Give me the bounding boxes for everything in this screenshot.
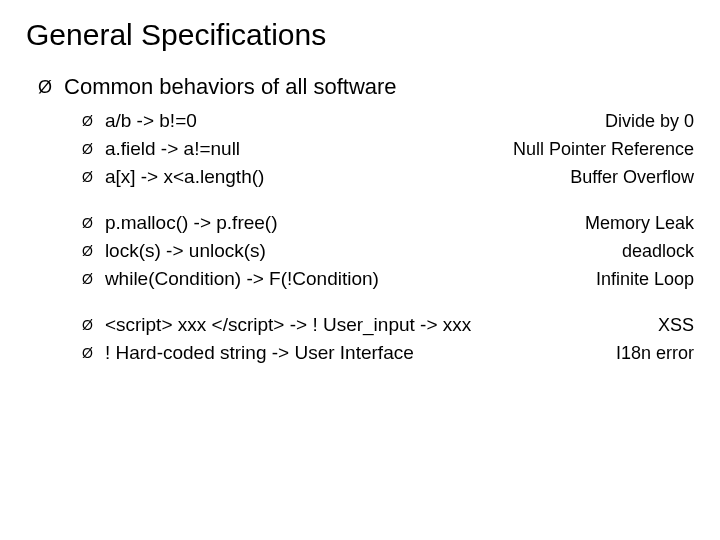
list-item-text: a.field -> a!=null (105, 138, 240, 160)
bullet-icon: Ø (38, 74, 52, 100)
list-item-label: Infinite Loop (588, 269, 694, 290)
list-item-label: Memory Leak (577, 213, 694, 234)
list-item-text: a/b -> b!=0 (105, 110, 197, 132)
list-item-left: Øa.field -> a!=null (82, 138, 240, 160)
list-item: Øp.malloc() -> p.free()Memory Leak (82, 212, 694, 234)
slide: General Specifications Ø Common behavior… (0, 0, 720, 540)
list-item-text: <script> xxx </script> -> ! User_input -… (105, 314, 471, 336)
list-item-left: Øwhile(Condition) -> F(!Condition) (82, 268, 379, 290)
list-item-text: p.malloc() -> p.free() (105, 212, 278, 234)
list-item: Ø! Hard-coded string -> User InterfaceI1… (82, 342, 694, 364)
list-item-text: a[x] -> x<a.length() (105, 166, 264, 188)
bullet-icon: Ø (82, 166, 93, 188)
bullet-icon: Ø (82, 212, 93, 234)
bullet-icon: Ø (82, 268, 93, 290)
level1-text: Common behaviors of all software (64, 74, 397, 100)
bullet-icon: Ø (82, 138, 93, 160)
list-item-text: while(Condition) -> F(!Condition) (105, 268, 379, 290)
list-item: Øwhile(Condition) -> F(!Condition)Infini… (82, 268, 694, 290)
list-item-text: ! Hard-coded string -> User Interface (105, 342, 414, 364)
list-item: Øa/b -> b!=0Divide by 0 (82, 110, 694, 132)
list-item-left: Øp.malloc() -> p.free() (82, 212, 278, 234)
list-item-label: Divide by 0 (597, 111, 694, 132)
bullet-icon: Ø (82, 314, 93, 336)
slide-title: General Specifications (26, 18, 694, 52)
bullet-icon: Ø (82, 342, 93, 364)
list-item-label: I18n error (608, 343, 694, 364)
list-item-text: lock(s) -> unlock(s) (105, 240, 266, 262)
list-item: Ø<script> xxx </script> -> ! User_input … (82, 314, 694, 336)
list-item: Øa[x] -> x<a.length()Buffer Overflow (82, 166, 694, 188)
list-item-label: Null Pointer Reference (505, 139, 694, 160)
level2-list: Øa/b -> b!=0Divide by 0Øa.field -> a!=nu… (26, 110, 694, 364)
level1-item: Ø Common behaviors of all software (26, 74, 694, 100)
list-item-left: Ø<script> xxx </script> -> ! User_input … (82, 314, 471, 336)
bullet-icon: Ø (82, 110, 93, 132)
list-item-label: XSS (650, 315, 694, 336)
list-item-left: Øa/b -> b!=0 (82, 110, 197, 132)
list-item-label: deadlock (614, 241, 694, 262)
list-item-label: Buffer Overflow (562, 167, 694, 188)
list-item: Øa.field -> a!=nullNull Pointer Referenc… (82, 138, 694, 160)
list-item: Ølock(s) -> unlock(s)deadlock (82, 240, 694, 262)
bullet-icon: Ø (82, 240, 93, 262)
list-item-left: Ølock(s) -> unlock(s) (82, 240, 266, 262)
list-item-left: Øa[x] -> x<a.length() (82, 166, 264, 188)
list-item-left: Ø! Hard-coded string -> User Interface (82, 342, 414, 364)
